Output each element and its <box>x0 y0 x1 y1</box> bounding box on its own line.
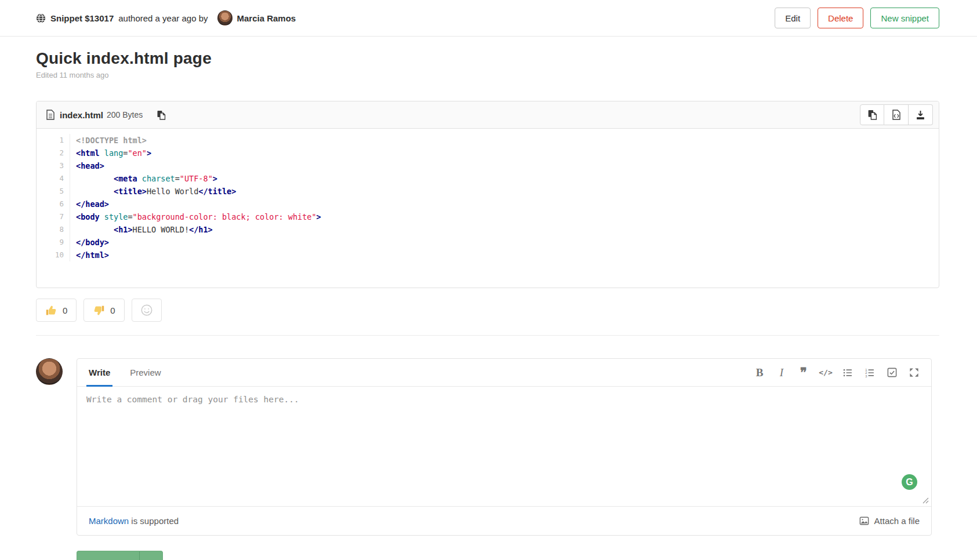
submit-row: Comment ▾ <box>77 551 939 560</box>
code-line: <meta charset="UTF-8"> <box>70 172 939 185</box>
file-action-group <box>860 104 933 125</box>
grammarly-icon[interactable]: G <box>902 474 917 490</box>
author-avatar[interactable] <box>217 10 233 26</box>
download-icon[interactable] <box>909 104 933 125</box>
numbered-list-icon[interactable]: 123 <box>862 365 878 381</box>
file-header: index.html 200 Bytes <box>37 101 939 129</box>
comment-section: Write Preview B I ❞ </> 123 <box>36 358 939 536</box>
resize-handle-icon[interactable] <box>922 497 929 504</box>
code-line: <html lang="en"> <box>70 147 939 159</box>
edit-button[interactable]: Edit <box>775 8 811 28</box>
new-snippet-button[interactable]: New snippet <box>870 8 939 28</box>
fullscreen-icon[interactable] <box>906 365 922 381</box>
markdown-link[interactable]: Markdown <box>89 516 129 526</box>
task-list-icon[interactable] <box>884 365 900 381</box>
file-box: index.html 200 Bytes 12345678910 <!DOCTY… <box>36 101 939 288</box>
textarea-wrap: G <box>77 387 931 506</box>
authored-text: authored a year ago by <box>118 13 208 23</box>
code-icon[interactable]: </> <box>818 365 834 381</box>
line-number[interactable]: 7 <box>37 210 70 223</box>
file-name: index.html <box>60 110 103 120</box>
code-lines: <!DOCTYPE html><html lang="en"><head> <m… <box>70 134 939 261</box>
snippet-actions: Edit Delete New snippet <box>775 8 939 28</box>
italic-icon[interactable]: I <box>773 365 790 381</box>
code-line: <h1>HELLO WORLD!</h1> <box>70 223 939 236</box>
line-number[interactable]: 5 <box>37 185 70 198</box>
tab-write[interactable]: Write <box>86 359 112 386</box>
snippet-id: Snippet $13017 <box>50 13 114 23</box>
code-line: <body style="background-color: black; co… <box>70 210 939 223</box>
bold-icon[interactable]: B <box>751 365 768 381</box>
thumbs-up-button[interactable]: 0 <box>36 299 77 322</box>
add-reaction-button[interactable] <box>132 299 162 322</box>
line-number[interactable]: 4 <box>37 172 70 185</box>
globe-icon <box>36 13 46 23</box>
file-size: 200 Bytes <box>107 110 143 119</box>
code-line: <title>Hello World</title> <box>70 185 939 198</box>
code-line: </html> <box>70 249 939 261</box>
code-line: <!DOCTYPE html> <box>70 134 939 147</box>
editor-header: Write Preview B I ❞ </> 123 <box>77 359 931 387</box>
line-number[interactable]: 1 <box>37 134 70 147</box>
open-raw-icon[interactable] <box>884 104 909 125</box>
svg-text:3: 3 <box>865 374 867 377</box>
title-block: Quick index.html page Edited 11 months a… <box>36 49 939 79</box>
thumbs-down-icon <box>93 304 105 317</box>
comment-button[interactable]: Comment <box>77 551 140 560</box>
attach-file-button[interactable]: Attach a file <box>859 515 920 526</box>
markdown-suffix: is supported <box>129 516 179 526</box>
copy-filename-icon[interactable] <box>157 110 166 120</box>
snippet-meta: Snippet $13017 authored a year ago by Ma… <box>36 10 296 26</box>
comment-options-caret[interactable]: ▾ <box>140 551 163 560</box>
delete-button[interactable]: Delete <box>818 8 863 28</box>
author-name[interactable]: Marcia Ramos <box>237 13 296 23</box>
comment-editor: Write Preview B I ❞ </> 123 <box>77 358 932 536</box>
bullet-list-icon[interactable] <box>840 365 856 381</box>
markdown-note: Markdown is supported <box>89 516 179 526</box>
comment-input[interactable] <box>77 387 931 506</box>
file-icon <box>46 110 55 120</box>
code-line: </head> <box>70 198 939 210</box>
page-title: Quick index.html page <box>36 49 939 68</box>
topbar: Snippet $13017 authored a year ago by Ma… <box>0 0 977 37</box>
comment-split-button: Comment ▾ <box>77 551 163 560</box>
line-number[interactable]: 3 <box>37 159 70 172</box>
current-user-avatar[interactable] <box>36 358 63 385</box>
editor-footer: Markdown is supported Attach a file <box>77 506 931 535</box>
attach-image-icon <box>859 515 870 526</box>
copy-contents-icon[interactable] <box>860 104 884 125</box>
line-number[interactable]: 2 <box>37 147 70 159</box>
code-line: </body> <box>70 236 939 249</box>
tab-preview[interactable]: Preview <box>128 359 163 386</box>
section-divider <box>36 335 939 336</box>
award-emoji-row: 0 0 <box>36 299 939 322</box>
thumbs-down-button[interactable]: 0 <box>83 299 124 322</box>
line-number[interactable]: 10 <box>37 249 70 261</box>
smiley-icon <box>140 304 153 317</box>
code-viewer: 12345678910 <!DOCTYPE html><html lang="e… <box>37 129 939 288</box>
thumbs-up-count: 0 <box>63 306 67 315</box>
line-numbers: 12345678910 <box>37 134 70 261</box>
line-number[interactable]: 8 <box>37 223 70 236</box>
markdown-toolbar: B I ❞ </> 123 <box>751 359 922 386</box>
attach-file-label: Attach a file <box>874 516 920 526</box>
line-number[interactable]: 6 <box>37 198 70 210</box>
line-number[interactable]: 9 <box>37 236 70 249</box>
edited-timestamp: Edited 11 months ago <box>36 71 939 79</box>
code-line: <head> <box>70 159 939 172</box>
quote-icon[interactable]: ❞ <box>796 365 812 381</box>
thumbs-up-icon <box>45 304 57 317</box>
thumbs-down-count: 0 <box>110 306 115 315</box>
